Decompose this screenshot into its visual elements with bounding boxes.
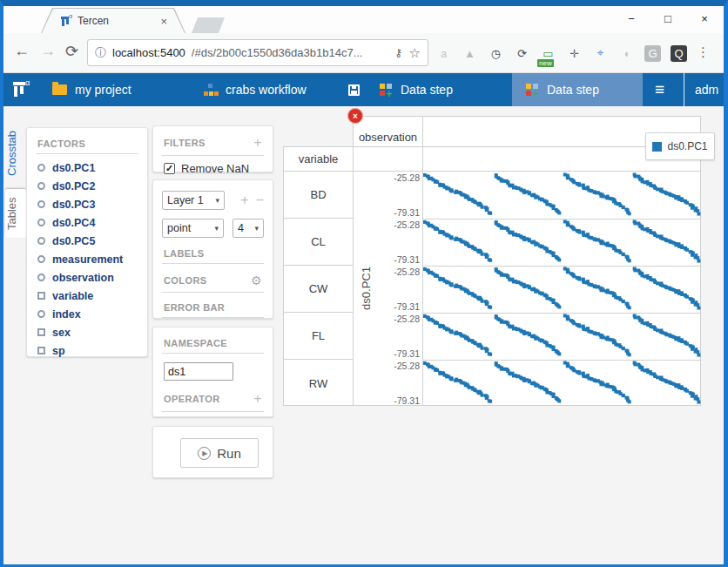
lightbulb-extension-icon[interactable]: Q <box>671 45 687 62</box>
factor-label: observation <box>52 272 114 284</box>
circle-factor-icon <box>37 219 45 226</box>
search-extension-icon[interactable]: ⌖ <box>592 45 609 62</box>
square-factor-icon <box>37 347 45 354</box>
legend[interactable]: ds0.PC1 <box>645 132 715 160</box>
gauge-extension-icon[interactable]: ◷ <box>488 45 504 62</box>
row-label-RW[interactable]: RW <box>284 360 353 407</box>
extensions-row: a▲◷⟳▭new✛⌖◖GQ <box>435 37 687 69</box>
factors-title: FACTORS <box>37 138 85 149</box>
nav-workflow[interactable]: crabs workflow <box>204 73 307 106</box>
factors-list: ds0.PC1ds0.PC2ds0.PC3ds0.PC4ds0.PC5measu… <box>27 154 147 360</box>
remove-factor-icon[interactable]: × <box>347 108 363 124</box>
factor-item-ds0.PC3[interactable]: ds0.PC3 <box>27 195 147 213</box>
tercen-logo[interactable]: α <box>12 73 31 106</box>
address-bar[interactable]: ⓘ localhost:5400 /#ds/2b00c1550d36da3b1b… <box>87 39 428 66</box>
factor-item-observation[interactable]: observation <box>27 268 147 287</box>
row-header-variable[interactable]: variable <box>283 146 353 171</box>
factor-label: measurement <box>52 253 123 266</box>
screenshot-extension-icon[interactable]: ▭new <box>540 45 556 62</box>
chevron-down-icon: ▾ <box>254 224 259 233</box>
factor-item-ds0.PC1[interactable]: ds0.PC1 <box>27 159 147 177</box>
sync-extension-icon[interactable]: ⟳ <box>514 45 530 62</box>
project-label: my project <box>75 83 131 97</box>
run-button[interactable]: ▶ Run <box>180 438 259 468</box>
save-button[interactable] <box>348 73 360 106</box>
factor-item-measurement[interactable]: measurement <box>27 250 147 268</box>
row-label-CL[interactable]: CL <box>284 219 353 266</box>
scatter-canvas[interactable] <box>423 172 702 407</box>
tab-close-icon[interactable]: × <box>160 15 167 28</box>
browser-menu-icon[interactable]: ⋮ <box>697 44 710 60</box>
minimize-button[interactable]: − <box>624 12 638 25</box>
back-icon[interactable]: ← <box>14 42 30 60</box>
page-info-icon[interactable]: ⓘ <box>95 45 106 61</box>
y-tick-min: -79.31 <box>359 395 420 406</box>
list-icon: ≡ <box>655 80 664 99</box>
forward-icon[interactable]: → <box>40 42 56 60</box>
scatter-panels[interactable] <box>422 171 701 406</box>
browser-titlebar: α Tercen × − □ × <box>3 6 724 33</box>
g-extension-icon[interactable]: G <box>644 45 661 62</box>
row-label-CW[interactable]: CW <box>284 266 353 313</box>
factor-item-variable[interactable]: variable <box>27 287 147 305</box>
remove-nan-checkbox[interactable]: ✓ <box>164 163 175 174</box>
namespace-input[interactable] <box>164 362 233 381</box>
bookmark-star-icon[interactable]: ☆ <box>409 45 421 61</box>
factor-item-ds0.PC2[interactable]: ds0.PC2 <box>27 177 147 195</box>
y-tick-max: -25.28 <box>359 219 420 230</box>
browser-tab[interactable]: α Tercen × <box>41 8 185 33</box>
factor-item-index[interactable]: index <box>27 305 147 323</box>
add-layer-icon[interactable]: + <box>240 192 248 208</box>
shape-select[interactable]: point▾ <box>162 219 224 238</box>
legend-swatch <box>652 142 662 152</box>
factor-label: ds0.PC1 <box>52 162 95 174</box>
factor-item-sp[interactable]: sp <box>27 341 147 360</box>
picker-extension-icon[interactable]: ✛ <box>566 45 583 62</box>
new-tab-button[interactable] <box>192 17 225 33</box>
filters-panel: FILTERS + ✓ Remove NaN <box>152 125 273 172</box>
nav-datastep-2-active[interactable]: + Data step <box>512 73 643 106</box>
layer-select[interactable]: Layer 1▾ <box>162 191 225 210</box>
circle-factor-icon <box>37 255 45 263</box>
steps-list-button[interactable]: ≡ <box>655 73 664 106</box>
main-area: Crosstab Tables FACTORS ds0.PC1ds0.PC2ds… <box>3 106 724 564</box>
factor-label: index <box>52 308 81 321</box>
nav-project[interactable]: my project <box>52 73 131 106</box>
factor-item-ds0.PC4[interactable]: ds0.PC4 <box>27 213 147 232</box>
row-label-FL[interactable]: FL <box>284 313 353 360</box>
refresh-icon[interactable]: ⟳ <box>65 42 78 61</box>
namespace-title: NAMESPACE <box>164 338 227 348</box>
add-operator-icon[interactable]: + <box>253 391 262 407</box>
nav-datastep-1[interactable]: + Data step <box>380 73 453 106</box>
chevron-down-icon: ▾ <box>215 196 219 205</box>
admin-menu[interactable]: adm <box>695 73 718 106</box>
column-header-observation[interactable]: observation <box>353 116 422 146</box>
gear-icon[interactable]: ⚙ <box>251 273 262 287</box>
factor-item-ds0.PC5[interactable]: ds0.PC5 <box>27 232 147 250</box>
chat-extension-icon[interactable]: ◖ <box>618 45 635 62</box>
y-tick-min: -79.31 <box>359 207 420 218</box>
namespace-panel: NAMESPACE OPERATOR + <box>152 327 273 417</box>
square-factor-icon <box>37 328 45 336</box>
maximize-button[interactable]: □ <box>661 12 675 25</box>
axis-header-cell <box>353 146 422 171</box>
password-key-icon[interactable]: ⚷ <box>394 46 403 59</box>
sidebar-tab-crosstab[interactable]: Crosstab <box>5 126 26 180</box>
size-select[interactable]: 4▾ <box>233 219 264 238</box>
new-badge: new <box>537 59 554 67</box>
data-step-icon: + <box>380 84 393 97</box>
pdf-extension-icon[interactable]: ▲ <box>462 45 478 62</box>
row-label-BD[interactable]: BD <box>284 172 353 219</box>
y-tick-min: -79.31 <box>359 301 420 312</box>
close-button[interactable]: × <box>698 12 711 25</box>
url-path: /#ds/2b00c1550d36da3b1b14c7... <box>192 46 388 59</box>
legend-label: ds0.PC1 <box>667 140 707 152</box>
app-navbar: α my project crabs workflow + Data step … <box>3 73 724 106</box>
factor-item-sex[interactable]: sex <box>27 323 147 341</box>
sidebar-tab-tables[interactable]: Tables <box>5 189 26 238</box>
avast-extension-icon[interactable]: a <box>435 45 452 62</box>
url-host: localhost:5400 <box>112 46 185 59</box>
add-filter-icon[interactable]: + <box>253 135 262 151</box>
remove-layer-icon[interactable]: − <box>256 192 264 208</box>
factor-label: sex <box>52 327 71 339</box>
